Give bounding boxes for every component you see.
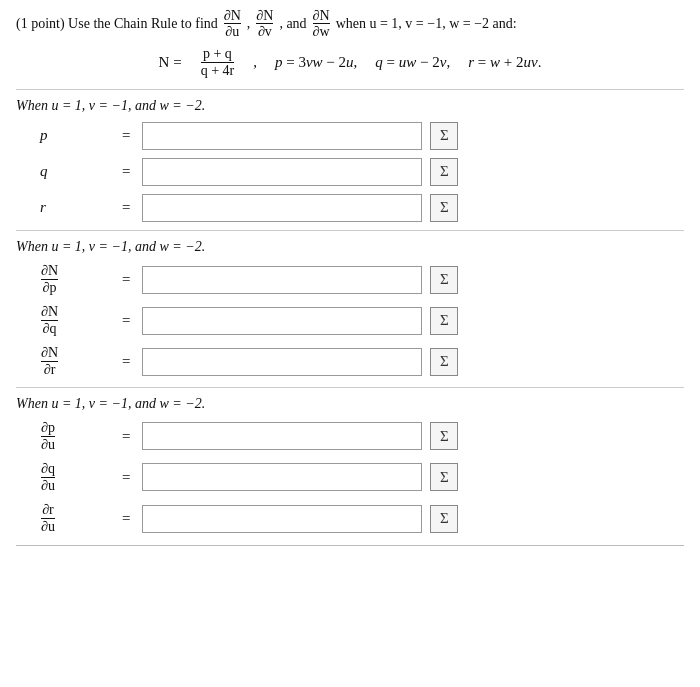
drdu-input[interactable]: [142, 505, 422, 533]
q-row: q = Σ: [40, 158, 684, 186]
comma1: ,: [253, 54, 257, 71]
dNdr-label: ∂N ∂r: [40, 345, 110, 378]
divider-2: [16, 230, 684, 231]
dNdr-sigma-button[interactable]: Σ: [430, 348, 458, 376]
frac-dNdv: ∂N ∂v: [256, 8, 273, 40]
q-label: q: [40, 163, 110, 180]
dNdq-input[interactable]: [142, 307, 422, 335]
p-row: p = Σ: [40, 122, 684, 150]
dpdu-sigma-button[interactable]: Σ: [430, 422, 458, 450]
q-definition: q = uw − 2v,: [375, 54, 450, 71]
q-sigma-button[interactable]: Σ: [430, 158, 458, 186]
page: (1 point) Use the Chain Rule to find ∂N …: [0, 0, 700, 566]
dNdq-label: ∂N ∂q: [40, 304, 110, 337]
p-definition: p = 3vw − 2u,: [275, 54, 357, 71]
header-condition: when u = 1, v = −1, w = −2 and:: [336, 16, 517, 32]
drdu-sigma-button[interactable]: Σ: [430, 505, 458, 533]
dpdu-label: ∂p ∂u: [40, 420, 110, 453]
dNdp-label: ∂N ∂p: [40, 263, 110, 296]
dNdr-input[interactable]: [142, 348, 422, 376]
dNdq-sigma-button[interactable]: Σ: [430, 307, 458, 335]
dNdq-row: ∂N ∂q = Σ: [40, 304, 684, 337]
dqdu-label: ∂q ∂u: [40, 461, 110, 494]
bottom-rule: [16, 545, 684, 546]
p-label: p: [40, 127, 110, 144]
r-row: r = Σ: [40, 194, 684, 222]
when-text-2: When u = 1, v = −1, and w = −2.: [16, 239, 684, 255]
frac-dNdw: ∂N ∂w: [313, 8, 330, 40]
divider-3: [16, 387, 684, 388]
r-definition: r = w + 2uv.: [468, 54, 541, 71]
drdu-label: ∂r ∂u: [40, 502, 110, 535]
dNdp-sigma-button[interactable]: Σ: [430, 266, 458, 294]
header-line: (1 point) Use the Chain Rule to find ∂N …: [16, 8, 684, 40]
drdu-row: ∂r ∂u = Σ: [40, 502, 684, 535]
N-equals: N =: [159, 54, 182, 71]
dNdr-row: ∂N ∂r = Σ: [40, 345, 684, 378]
dpdu-row: ∂p ∂u = Σ: [40, 420, 684, 453]
N-fraction: p + q q + 4r: [201, 46, 235, 79]
when-text-3: When u = 1, v = −1, and w = −2.: [16, 396, 684, 412]
main-formula: N = p + q q + 4r , p = 3vw − 2u, q = uw …: [16, 46, 684, 79]
r-input[interactable]: [142, 194, 422, 222]
p-sigma-button[interactable]: Σ: [430, 122, 458, 150]
dqdu-sigma-button[interactable]: Σ: [430, 463, 458, 491]
dNdp-row: ∂N ∂p = Σ: [40, 263, 684, 296]
p-input[interactable]: [142, 122, 422, 150]
frac-dNdu: ∂N ∂u: [224, 8, 241, 40]
r-label: r: [40, 199, 110, 216]
header-prefix: (1 point) Use the Chain Rule to find: [16, 16, 218, 32]
dqdu-row: ∂q ∂u = Σ: [40, 461, 684, 494]
dpdu-input[interactable]: [142, 422, 422, 450]
q-input[interactable]: [142, 158, 422, 186]
when-text-1: When u = 1, v = −1, and w = −2.: [16, 98, 684, 114]
dqdu-input[interactable]: [142, 463, 422, 491]
divider-1: [16, 89, 684, 90]
dNdp-input[interactable]: [142, 266, 422, 294]
r-sigma-button[interactable]: Σ: [430, 194, 458, 222]
